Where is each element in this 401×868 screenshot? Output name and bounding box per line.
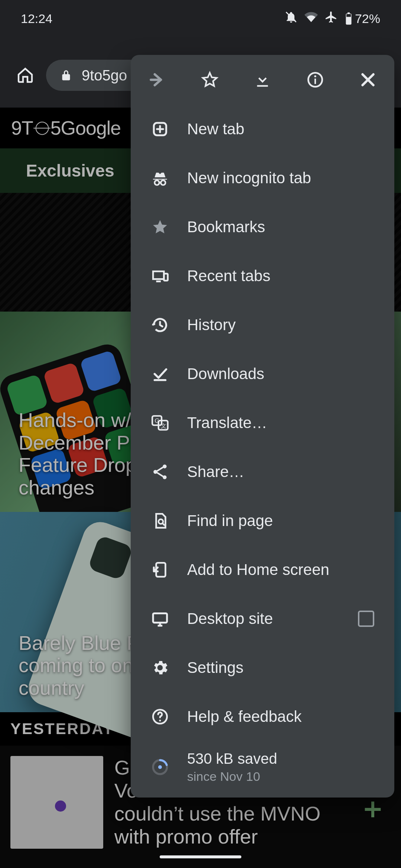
menu-item-bookmarks[interactable]: Bookmarks	[131, 203, 394, 251]
menu-item-add-home[interactable]: Add to Home screen	[131, 545, 394, 594]
menu-item-data-saver[interactable]: 530 kB saved since Nov 10	[131, 741, 394, 793]
data-saver-icon	[151, 758, 169, 776]
new-tab-icon	[151, 120, 169, 138]
menu-item-share[interactable]: Share…	[131, 447, 394, 496]
close-menu-button[interactable]	[342, 70, 394, 89]
help-icon	[151, 707, 169, 726]
menu-item-label: Desktop site	[187, 610, 340, 628]
menu-item-incognito[interactable]: New incognito tab	[131, 154, 394, 203]
forward-icon	[148, 70, 166, 89]
star-outline-icon	[200, 70, 219, 89]
gesture-nav-bar[interactable]	[0, 846, 401, 868]
devices-icon	[151, 267, 169, 285]
download-button[interactable]	[236, 70, 289, 89]
translate-icon: G文	[151, 414, 169, 432]
svg-text:G: G	[154, 417, 159, 424]
menu-item-translate[interactable]: G文 Translate…	[131, 398, 394, 447]
svg-rect-10	[164, 274, 167, 281]
menu-item-desktop-site[interactable]: Desktop site	[131, 594, 394, 643]
incognito-icon	[151, 169, 169, 187]
menu-item-label: Translate…	[187, 414, 374, 432]
menu-item-label: Share…	[187, 463, 374, 481]
forward-button[interactable]	[131, 70, 183, 89]
menu-item-label: Find in page	[187, 512, 374, 530]
overflow-menu: New tab New incognito tab Bookmarks Rece…	[131, 55, 394, 798]
menu-item-label: Recent tabs	[187, 267, 374, 285]
svg-rect-20	[153, 613, 167, 622]
menu-item-label: Settings	[187, 659, 374, 677]
menu-item-recent-tabs[interactable]: Recent tabs	[131, 251, 394, 300]
bookmark-button[interactable]	[183, 70, 236, 89]
menu-item-label: New incognito tab	[187, 169, 374, 187]
menu-item-label: Downloads	[187, 365, 374, 383]
info-icon	[306, 70, 325, 89]
menu-item-help[interactable]: Help & feedback	[131, 692, 394, 741]
svg-rect-5	[314, 79, 316, 84]
close-icon	[359, 70, 377, 89]
find-in-page-icon	[151, 512, 169, 530]
svg-point-9	[161, 180, 166, 185]
menu-item-find[interactable]: Find in page	[131, 496, 394, 545]
menu-item-settings[interactable]: Settings	[131, 643, 394, 692]
desktop-icon	[151, 609, 169, 628]
svg-point-8	[154, 180, 159, 185]
page-info-button[interactable]	[289, 70, 342, 89]
history-icon	[151, 316, 169, 334]
desktop-site-checkbox[interactable]	[358, 611, 374, 627]
menu-icon-row	[131, 55, 394, 105]
menu-item-downloads[interactable]: Downloads	[131, 349, 394, 398]
menu-item-history[interactable]: History	[131, 300, 394, 349]
menu-item-label: Help & feedback	[187, 708, 374, 726]
menu-item-new-tab[interactable]: New tab	[131, 105, 394, 154]
star-icon	[151, 218, 169, 236]
data-saved-amount: 530 kB saved	[187, 750, 277, 767]
menu-item-label: Add to Home screen	[187, 561, 374, 579]
downloads-done-icon	[151, 365, 169, 383]
svg-text:文: 文	[161, 423, 166, 429]
menu-item-label: New tab	[187, 120, 374, 138]
svg-point-22	[159, 720, 161, 721]
add-to-home-icon	[151, 560, 169, 579]
data-saved-since: since Nov 10	[187, 769, 277, 784]
gear-icon	[151, 658, 169, 677]
download-icon	[253, 70, 272, 89]
menu-item-label: Bookmarks	[187, 218, 374, 236]
svg-point-24	[158, 765, 162, 769]
share-icon	[151, 463, 169, 481]
svg-point-6	[314, 75, 316, 77]
menu-item-label: History	[187, 316, 374, 334]
svg-rect-19	[156, 563, 166, 577]
